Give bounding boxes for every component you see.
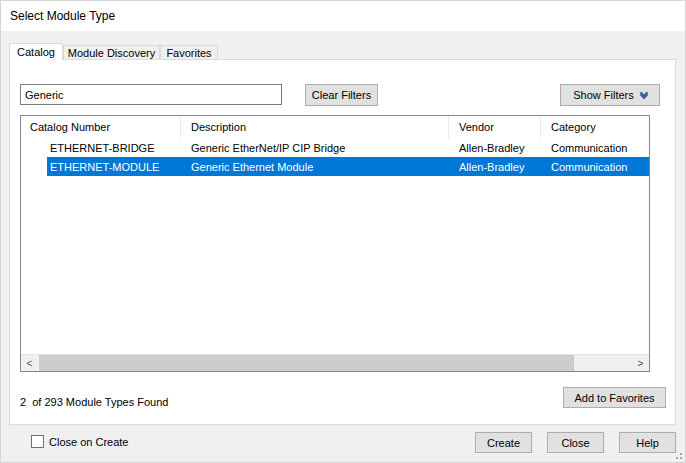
search-input[interactable] <box>20 84 282 105</box>
table-row-selected[interactable]: ETHERNET-MODULE Generic Ethernet Module … <box>21 157 649 176</box>
tab-module-discovery[interactable]: Module Discovery <box>63 45 160 60</box>
clear-filters-button[interactable]: Clear Filters <box>305 84 378 106</box>
status-text: 2 of 293 Module Types Found <box>20 396 168 408</box>
scroll-left-button[interactable]: < <box>21 355 38 371</box>
tab-favorites-label: Favorites <box>166 47 211 59</box>
column-header-vendor[interactable]: Vendor <box>449 116 541 138</box>
scroll-left-icon: < <box>27 358 33 369</box>
create-button[interactable]: Create <box>475 432 532 453</box>
tab-catalog[interactable]: Catalog <box>9 43 63 60</box>
cell-vendor: Allen-Bradley <box>449 161 541 173</box>
column-header-category[interactable]: Category <box>541 116 649 138</box>
close-button-label: Close <box>561 437 589 449</box>
scrollbar-thumb[interactable] <box>39 355 574 371</box>
add-to-favorites-label: Add to Favorites <box>574 392 654 404</box>
close-button[interactable]: Close <box>547 432 604 453</box>
resize-grip-icon[interactable] <box>674 451 682 459</box>
clear-filters-label: Clear Filters <box>312 89 371 101</box>
close-on-create-checkbox[interactable] <box>31 435 44 448</box>
show-filters-button[interactable]: Show Filters <box>560 84 660 106</box>
cell-vendor: Allen-Bradley <box>449 142 541 154</box>
table-header: Catalog Number Description Vendor Catego… <box>21 116 649 138</box>
cell-catalog-number: ETHERNET-BRIDGE <box>21 142 181 154</box>
dialog-title: Select Module Type <box>10 9 115 23</box>
double-chevron-down-icon <box>641 90 647 98</box>
help-button[interactable]: Help <box>619 432 676 453</box>
tab-module-discovery-label: Module Discovery <box>68 47 155 59</box>
title-bar: Select Module Type <box>1 1 685 31</box>
catalog-tab-panel: Clear Filters Show Filters Catalog Numbe… <box>9 59 676 425</box>
horizontal-scrollbar[interactable]: < > <box>21 354 649 371</box>
select-module-type-dialog: Select Module Type Catalog Module Discov… <box>0 0 686 463</box>
close-on-create-label: Close on Create <box>49 436 129 448</box>
scroll-right-button[interactable]: > <box>632 355 649 371</box>
add-to-favorites-button[interactable]: Add to Favorites <box>563 387 666 408</box>
cell-category: Communication <box>541 161 649 173</box>
table-row[interactable]: ETHERNET-BRIDGE Generic EtherNet/IP CIP … <box>21 138 649 157</box>
tab-favorites[interactable]: Favorites <box>160 45 218 60</box>
create-button-label: Create <box>487 437 520 449</box>
module-table: Catalog Number Description Vendor Catego… <box>20 115 650 372</box>
cell-description: Generic Ethernet Module <box>181 161 449 173</box>
cell-catalog-number: ETHERNET-MODULE <box>21 161 181 173</box>
tab-catalog-label: Catalog <box>17 46 55 58</box>
show-filters-label: Show Filters <box>573 89 634 101</box>
scroll-right-icon: > <box>638 358 644 369</box>
cell-description: Generic EtherNet/IP CIP Bridge <box>181 142 449 154</box>
column-header-description[interactable]: Description <box>181 116 449 138</box>
help-button-label: Help <box>636 437 659 449</box>
column-header-catalog-number[interactable]: Catalog Number <box>21 116 181 138</box>
cell-category: Communication <box>541 142 649 154</box>
